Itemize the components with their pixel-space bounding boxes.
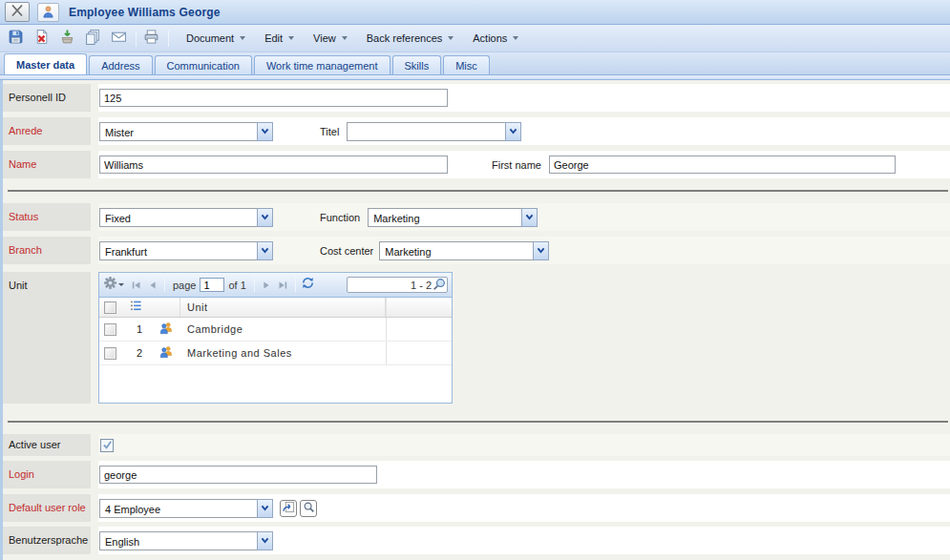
checkmark-icon bbox=[102, 437, 113, 454]
checkin-button[interactable] bbox=[58, 30, 76, 48]
mail-button[interactable] bbox=[110, 30, 128, 48]
unit-grid: page of 1 1 - 2 bbox=[98, 272, 453, 404]
branch-select[interactable]: Frankfurt bbox=[99, 241, 273, 260]
personell-id-input[interactable] bbox=[99, 89, 448, 107]
save-button[interactable] bbox=[7, 30, 25, 48]
menu-label: Actions bbox=[473, 32, 507, 44]
goto-reference-button[interactable] bbox=[280, 500, 297, 517]
menu-actions[interactable]: Actions bbox=[467, 30, 524, 47]
row-number: 1 bbox=[120, 318, 151, 341]
grid-settings-button[interactable] bbox=[103, 276, 124, 294]
chevron-down-icon bbox=[513, 36, 518, 40]
filler-column-header bbox=[386, 298, 452, 317]
first-page-button[interactable] bbox=[128, 277, 144, 293]
row-unit: Unit page of 1 bbox=[3, 272, 950, 404]
section-divider bbox=[8, 421, 948, 423]
field-label-status: Status bbox=[3, 203, 91, 231]
login-input[interactable] bbox=[99, 466, 377, 484]
tab-work-time-management[interactable]: Work time management bbox=[254, 55, 391, 74]
benutzersprache-select[interactable]: English bbox=[99, 531, 273, 550]
chevron-down-icon bbox=[342, 36, 348, 40]
active-user-checkbox[interactable] bbox=[100, 439, 114, 452]
next-page-button[interactable] bbox=[259, 277, 275, 293]
unit-grid-row-1[interactable]: 1 Cambridge bbox=[99, 318, 452, 342]
gear-icon bbox=[103, 276, 117, 294]
copy-button[interactable] bbox=[84, 30, 102, 48]
row-anrede: Anrede Mister Titel bbox=[3, 117, 950, 145]
menu-edit[interactable]: Edit bbox=[259, 30, 300, 47]
tab-address[interactable]: Address bbox=[89, 55, 152, 74]
menu-view[interactable]: View bbox=[307, 30, 353, 47]
unit-members-icon bbox=[159, 345, 173, 361]
field-label-benutzersprache: Benutzersprache bbox=[3, 527, 91, 554]
default-user-role-select[interactable]: 4 Employee bbox=[99, 499, 273, 518]
row-number-column-header[interactable] bbox=[120, 298, 151, 317]
pager-separator bbox=[164, 278, 165, 292]
print-button[interactable] bbox=[142, 30, 160, 48]
last-page-button[interactable] bbox=[275, 277, 291, 293]
menu-back-references[interactable]: Back references bbox=[361, 30, 459, 47]
grid-filter-box[interactable]: 1 - 2 bbox=[347, 277, 448, 293]
row-default-user-role: Default user role 4 Employee bbox=[3, 494, 950, 522]
tab-bar: Master data Address Communication Work t… bbox=[0, 52, 950, 74]
field-label-default-user-role: Default user role bbox=[3, 494, 91, 522]
titel-select[interactable] bbox=[347, 122, 521, 141]
unit-column-header[interactable]: Unit bbox=[180, 298, 386, 317]
chevron-down-icon bbox=[521, 208, 538, 227]
unit-grid-toolbar: page of 1 1 - 2 bbox=[99, 273, 452, 298]
function-value: Marketing bbox=[368, 208, 521, 227]
pager-separator bbox=[254, 278, 255, 292]
row-checkbox[interactable] bbox=[104, 323, 116, 336]
search-role-button[interactable] bbox=[300, 500, 317, 517]
chevron-down-icon bbox=[240, 36, 245, 40]
chevron-down-icon bbox=[288, 36, 294, 40]
select-all-checkbox[interactable] bbox=[99, 298, 120, 317]
benutzersprache-value: English bbox=[99, 531, 257, 550]
icon-column-header[interactable] bbox=[151, 298, 180, 317]
prev-page-button[interactable] bbox=[144, 277, 160, 293]
print-icon bbox=[143, 29, 159, 49]
menu-label: Back references bbox=[367, 32, 442, 44]
chevron-down-icon bbox=[533, 241, 549, 260]
mail-icon bbox=[111, 29, 127, 49]
branch-value: Frankfurt bbox=[99, 241, 257, 260]
first-name-input[interactable] bbox=[549, 156, 896, 174]
page-count-label: of 1 bbox=[228, 280, 245, 291]
menu-label: View bbox=[313, 32, 336, 44]
field-label-function: Function bbox=[320, 212, 360, 223]
row-checkbox[interactable] bbox=[104, 347, 116, 360]
copy-icon bbox=[85, 29, 101, 49]
function-select[interactable]: Marketing bbox=[368, 208, 538, 227]
menu-label: Edit bbox=[264, 32, 283, 44]
tab-misc[interactable]: Misc bbox=[443, 55, 490, 74]
status-select[interactable]: Fixed bbox=[99, 208, 273, 227]
row-branch: Branch Frankfurt Cost center Marketing bbox=[3, 237, 950, 264]
checkin-basket-icon bbox=[59, 29, 75, 49]
tab-communication[interactable]: Communication bbox=[155, 55, 252, 74]
tab-skills[interactable]: Skills bbox=[392, 55, 442, 74]
page-number-input[interactable] bbox=[200, 278, 224, 292]
field-label-branch: Branch bbox=[3, 237, 91, 264]
close-icon bbox=[10, 4, 25, 21]
record-range: 1 - 2 bbox=[411, 280, 432, 291]
chevron-down-icon bbox=[257, 241, 273, 260]
row-personell-id: Personell ID bbox=[3, 84, 950, 112]
tab-master-data[interactable]: Master data bbox=[4, 53, 87, 74]
anrede-select[interactable]: Mister bbox=[99, 122, 273, 141]
field-label-first-name: First name bbox=[492, 159, 541, 171]
refresh-button[interactable] bbox=[300, 277, 316, 293]
unit-cell: Cambridge bbox=[180, 318, 386, 341]
unit-members-icon bbox=[159, 321, 173, 337]
menu-document[interactable]: Document bbox=[180, 30, 251, 47]
field-label-cost-center: Cost center bbox=[320, 245, 373, 257]
close-button[interactable] bbox=[5, 2, 30, 22]
section-divider bbox=[8, 190, 948, 192]
cost-center-select[interactable]: Marketing bbox=[379, 241, 549, 260]
refresh-icon bbox=[301, 276, 315, 294]
checkbox-icon bbox=[104, 301, 116, 314]
field-label-anrede: Anrede bbox=[3, 117, 91, 145]
page-label: page bbox=[173, 280, 196, 291]
name-input[interactable] bbox=[99, 156, 448, 174]
delete-button[interactable] bbox=[32, 30, 51, 48]
unit-grid-row-2[interactable]: 2 Marketing and Sales bbox=[99, 342, 452, 365]
